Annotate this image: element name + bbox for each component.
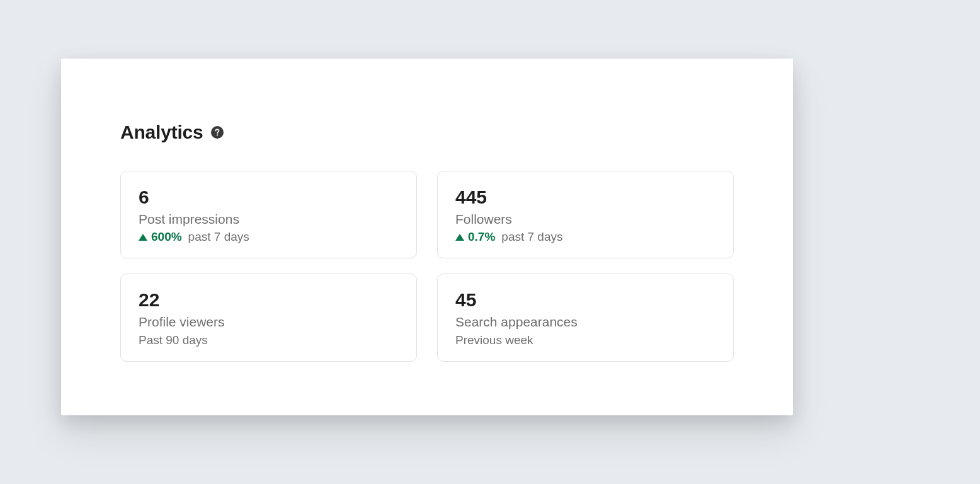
- profile-viewers-value: 22: [139, 289, 399, 310]
- search-appearances-period: Previous week: [455, 333, 715, 347]
- card-post-impressions[interactable]: 6 Post impressions 600% past 7 days: [120, 171, 417, 258]
- heading-row: Analytics: [120, 122, 734, 143]
- card-search-appearances[interactable]: 45 Search appearances Previous week: [437, 274, 734, 361]
- post-impressions-delta-pct: 600%: [151, 230, 182, 244]
- profile-viewers-period: Past 90 days: [139, 333, 399, 347]
- card-profile-viewers[interactable]: 22 Profile viewers Past 90 days: [120, 274, 417, 361]
- followers-label: Followers: [455, 211, 715, 228]
- analytics-panel: Analytics 6 Post impressions 600% past 7…: [61, 59, 793, 415]
- post-impressions-value: 6: [139, 187, 399, 207]
- search-appearances-label: Search appearances: [455, 314, 715, 330]
- help-icon[interactable]: [211, 126, 224, 139]
- post-impressions-label: Post impressions: [139, 211, 399, 228]
- page-title: Analytics: [120, 122, 203, 143]
- post-impressions-delta-period: past 7 days: [188, 230, 249, 244]
- followers-delta-pct: 0.7%: [468, 230, 495, 244]
- profile-viewers-label: Profile viewers: [139, 314, 399, 330]
- cards-grid: 6 Post impressions 600% past 7 days 445 …: [120, 171, 734, 362]
- search-appearances-value: 45: [455, 289, 715, 310]
- followers-delta: 0.7% past 7 days: [455, 230, 715, 244]
- followers-value: 445: [455, 187, 715, 207]
- svg-point-1: [217, 134, 218, 135]
- caret-up-icon: [455, 234, 464, 241]
- post-impressions-delta: 600% past 7 days: [139, 230, 399, 244]
- card-followers[interactable]: 445 Followers 0.7% past 7 days: [437, 171, 734, 258]
- followers-delta-period: past 7 days: [501, 230, 562, 244]
- caret-up-icon: [139, 234, 147, 241]
